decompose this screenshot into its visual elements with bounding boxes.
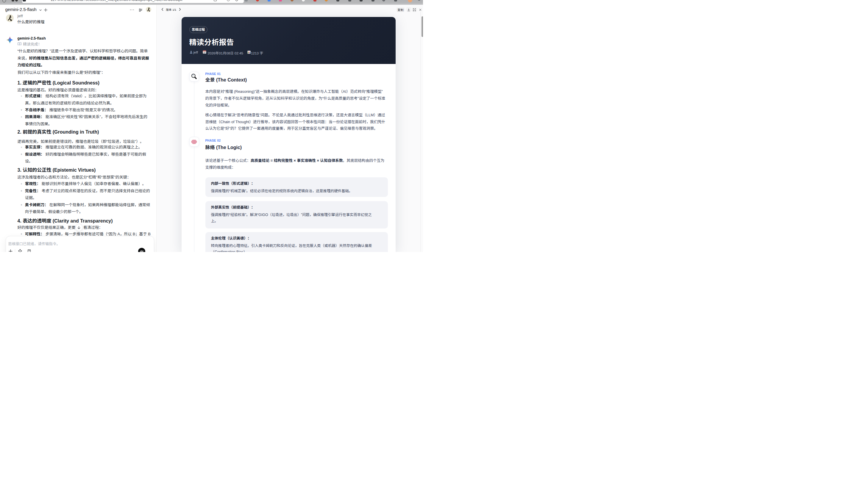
svg-text:17: 17 [203, 52, 206, 54]
